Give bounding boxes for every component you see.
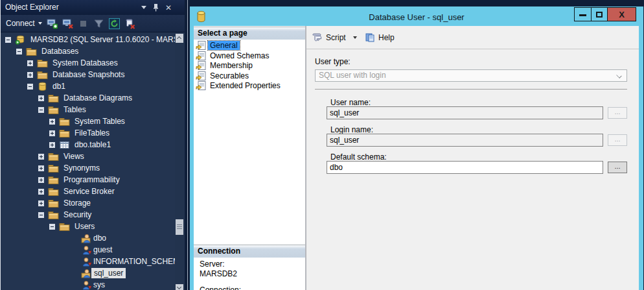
user-type-label: User type: [315, 57, 351, 66]
folder-icon [48, 210, 59, 220]
login-name-label: Login name: [330, 125, 373, 134]
window-position-icon[interactable] [141, 6, 146, 9]
tree-item-database-snapshots[interactable]: Database Snapshots [1, 69, 175, 80]
default-schema-input[interactable]: dbo [327, 161, 603, 174]
tree-item-tables[interactable]: Tables [1, 104, 175, 115]
login-name-browse-button[interactable]: ... [608, 134, 627, 146]
connection-header: Connection [194, 245, 305, 258]
scrollbar-up-icon[interactable] [176, 34, 183, 43]
connect-object-explorer-icon[interactable] [47, 18, 58, 29]
collapse-icon[interactable] [5, 37, 11, 43]
tree-scrollbar[interactable] [175, 32, 184, 290]
expand-icon[interactable] [38, 189, 44, 195]
page-icon [196, 60, 207, 71]
tree-item-db1[interactable]: db1 [1, 80, 175, 92]
user-name-input[interactable]: sql_user [327, 106, 603, 119]
tree-item-label: Security [63, 209, 91, 221]
filter-icon[interactable] [93, 18, 104, 29]
page-item-extended-properties[interactable]: Extended Properties [194, 80, 305, 91]
tree-item-label: dbo.table1 [75, 139, 111, 151]
database-icon [37, 82, 48, 91]
tree-item-information-schem[interactable]: INFORMATION_SCHEM [1, 256, 175, 267]
expand-icon[interactable] [38, 177, 44, 183]
minimize-button[interactable] [575, 8, 592, 21]
expand-icon[interactable] [27, 60, 33, 66]
expand-icon[interactable] [38, 165, 44, 171]
page-item-label: General [208, 41, 240, 50]
tree-item-database-diagrams[interactable]: Database Diagrams [1, 92, 175, 104]
user-red-icon [81, 257, 92, 267]
tree-item-label: dbo [93, 232, 106, 244]
tree-item-label: Synonyms [63, 162, 100, 174]
panel-close-icon[interactable]: ✕ [165, 4, 172, 12]
tree-item-label: INFORMATION_SCHEM [93, 256, 175, 267]
refresh-icon[interactable] [109, 18, 120, 29]
script-icon [312, 32, 323, 42]
tree-item-dbo-table1[interactable]: dbo.table1 [1, 139, 175, 151]
tree-item-synonyms[interactable]: Synonyms [1, 162, 175, 174]
folder-icon [48, 152, 59, 162]
activity-monitor-icon[interactable] [124, 18, 135, 29]
page-item-general[interactable]: General [194, 40, 305, 51]
page-item-securables[interactable]: Securables [194, 71, 305, 81]
page-item-membership[interactable]: Membership [194, 60, 305, 71]
auto-hide-pin-icon[interactable] [153, 3, 159, 12]
object-explorer-tree: MARSDB2 (SQL Server 11.0.6020 - MARSDDat… [1, 32, 185, 290]
login-name-input[interactable]: sql_user [327, 134, 603, 147]
expand-icon[interactable] [49, 142, 55, 148]
tree-item-storage[interactable]: Storage [1, 197, 175, 209]
help-button[interactable]: Help [365, 26, 395, 49]
disconnect-object-explorer-icon[interactable] [62, 18, 73, 29]
expand-icon[interactable] [49, 119, 55, 125]
folder-icon [48, 175, 59, 185]
tree-item-service-broker[interactable]: Service Broker [1, 186, 175, 197]
tree-item-programmability[interactable]: Programmability [1, 174, 175, 186]
tree-item-system-databases[interactable]: System Databases [1, 57, 175, 69]
user-name-browse-button[interactable]: ... [608, 107, 627, 119]
tree-item-system-tables[interactable]: System Tables [1, 115, 175, 127]
connect-button[interactable]: Connect [6, 19, 42, 28]
server-value: MARSDB2 [200, 269, 241, 278]
page-icon [196, 51, 207, 61]
tree-item-security[interactable]: Security [1, 209, 175, 221]
folder-icon [48, 187, 59, 197]
page-item-owned-schemas[interactable]: Owned Schemas [194, 51, 305, 61]
maximize-button[interactable] [592, 8, 608, 21]
collapse-icon[interactable] [38, 212, 44, 218]
expand-icon[interactable] [38, 200, 44, 206]
collapse-icon[interactable] [27, 84, 33, 90]
expand-icon[interactable] [38, 154, 44, 160]
user-type-select[interactable]: SQL user with login [315, 69, 627, 82]
script-button[interactable]: Script [312, 26, 357, 49]
collapse-icon[interactable] [16, 49, 22, 54]
tree-item-users[interactable]: Users [1, 221, 175, 232]
close-button[interactable]: X [608, 8, 636, 21]
folder-icon [59, 117, 70, 127]
user-red-icon [81, 280, 92, 290]
scrollbar-thumb[interactable] [176, 219, 183, 235]
dialog-content: Script Help User type: SQL user with log… [306, 26, 639, 290]
user-name-label: User name: [330, 98, 371, 107]
collapse-icon[interactable] [49, 224, 55, 230]
chevron-down-icon [616, 73, 622, 79]
tree-item-dbo[interactable]: dbo [1, 232, 175, 244]
expand-icon[interactable] [49, 130, 55, 136]
tree-item-label: Users [75, 221, 95, 232]
tree-item-guest[interactable]: guest [1, 244, 175, 256]
tree-item-filetables[interactable]: FileTables [1, 127, 175, 139]
expand-icon[interactable] [38, 95, 44, 101]
scrollbar-down-icon[interactable] [176, 284, 183, 290]
page-item-label: Extended Properties [208, 81, 282, 90]
tree-item-sys[interactable]: sys [1, 279, 175, 290]
tree-item-databases[interactable]: Databases [1, 45, 175, 57]
tree-item-marsdb2-sql-server-11-0-6020-marsd[interactable]: MARSDB2 (SQL Server 11.0.6020 - MARSD [1, 34, 175, 45]
tree-item-views[interactable]: Views [1, 151, 175, 162]
page-item-label: Owned Schemas [208, 51, 271, 60]
tree-item-sql-user[interactable]: sql_user [1, 267, 175, 279]
dialog-titlebar[interactable]: Database User - sql_user X [190, 6, 643, 26]
folder-icon [37, 58, 48, 68]
collapse-icon[interactable] [38, 107, 44, 113]
script-dropdown-icon[interactable] [353, 36, 357, 39]
default-schema-browse-button[interactable]: ... [608, 162, 627, 173]
expand-icon[interactable] [27, 72, 33, 78]
